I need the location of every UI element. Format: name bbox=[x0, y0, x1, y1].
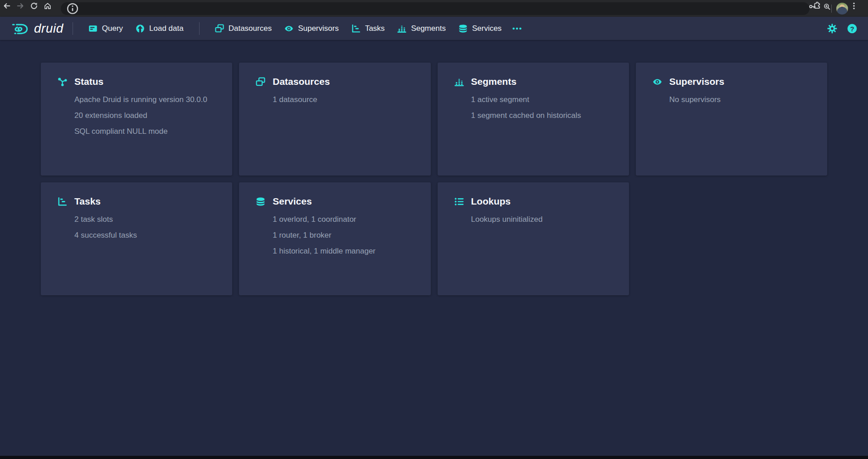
bottom-edge bbox=[0, 456, 868, 459]
status-line: 1 historical, 1 middle manager bbox=[273, 243, 418, 259]
druid-navbar: druid Query Load data Datasources Superv… bbox=[0, 17, 868, 40]
status-line: 20 extensions loaded bbox=[74, 107, 219, 123]
eye-icon bbox=[653, 77, 662, 87]
card-body: Lookups uninitialized bbox=[471, 211, 616, 227]
back-icon bbox=[3, 2, 16, 15]
card-body: Apache Druid is running version 30.0.0 2… bbox=[74, 92, 219, 139]
gantt-chart-icon bbox=[58, 197, 67, 206]
stacked-chart-icon bbox=[397, 24, 406, 33]
status-line: Lookups uninitialized bbox=[471, 211, 616, 227]
database-icon bbox=[256, 197, 265, 206]
status-line: 2 task slots bbox=[74, 211, 219, 227]
home-dashboard: Status Apache Druid is running version 3… bbox=[0, 40, 868, 295]
help-circle-icon: ? bbox=[847, 24, 857, 34]
card-title: Services bbox=[273, 196, 312, 207]
properties-icon bbox=[454, 197, 464, 206]
card-body: 1 datasource bbox=[273, 92, 418, 107]
druid-wordmark: druid bbox=[34, 21, 63, 36]
nav-item-tasks[interactable]: Tasks bbox=[345, 17, 391, 40]
navbar-right: ? bbox=[827, 24, 860, 34]
navbar-divider bbox=[199, 22, 200, 35]
card-services[interactable]: Services 1 overlord, 1 coordinator 1 rou… bbox=[239, 182, 430, 295]
card-body: 1 overlord, 1 coordinator 1 router, 1 br… bbox=[273, 211, 418, 259]
nav-label: Tasks bbox=[365, 24, 385, 33]
card-header: Status bbox=[58, 76, 219, 87]
help-button[interactable]: ? bbox=[847, 24, 857, 34]
card-tasks[interactable]: Tasks 2 task slots 4 successful tasks bbox=[41, 182, 232, 295]
reload-icon bbox=[30, 2, 44, 15]
nav-item-supervisors[interactable]: Supervisors bbox=[278, 17, 345, 40]
card-body: No supervisors bbox=[669, 92, 814, 107]
forward-icon bbox=[16, 2, 30, 15]
card-lookups[interactable]: Lookups Lookups uninitialized bbox=[438, 182, 629, 295]
reload-button[interactable] bbox=[30, 2, 44, 15]
nav-item-query[interactable]: Query bbox=[82, 17, 129, 40]
card-supervisors[interactable]: Supervisors No supervisors bbox=[636, 63, 827, 176]
status-line: 4 successful tasks bbox=[74, 227, 219, 243]
nav-item-datasources[interactable]: Datasources bbox=[209, 17, 278, 40]
card-header: Lookups bbox=[454, 196, 616, 207]
nav-label: Query bbox=[102, 24, 123, 33]
profile-avatar[interactable] bbox=[836, 3, 848, 15]
gantt-chart-icon bbox=[351, 24, 361, 33]
back-button[interactable] bbox=[3, 2, 16, 15]
status-line: 1 overlord, 1 coordinator bbox=[273, 211, 418, 227]
stacked-chart-icon bbox=[454, 77, 464, 87]
card-title: Supervisors bbox=[669, 76, 724, 87]
nav-label: Supervisors bbox=[298, 24, 339, 33]
nav-label: Load data bbox=[149, 24, 184, 33]
puzzle-icon bbox=[813, 2, 827, 15]
nav-label: Segments bbox=[411, 24, 446, 33]
nav-item-segments[interactable]: Segments bbox=[391, 17, 452, 40]
upload-circle-icon bbox=[136, 24, 145, 33]
more-ellipsis-icon bbox=[512, 24, 522, 34]
nav-more-button[interactable] bbox=[508, 17, 526, 40]
extensions-button[interactable] bbox=[813, 2, 827, 15]
druid-logo[interactable]: druid bbox=[12, 21, 63, 36]
browser-toolbar-right bbox=[813, 2, 863, 15]
druid-logo-icon bbox=[12, 21, 29, 36]
forward-button[interactable] bbox=[16, 2, 30, 15]
nav-item-services[interactable]: Services bbox=[452, 17, 508, 40]
card-segments[interactable]: Segments 1 active segment 1 segment cach… bbox=[438, 63, 629, 176]
nav-label: Datasources bbox=[229, 24, 272, 33]
status-line: No supervisors bbox=[669, 92, 814, 107]
card-status[interactable]: Status Apache Druid is running version 3… bbox=[41, 63, 232, 176]
eye-icon bbox=[284, 24, 293, 33]
kebab-menu-icon bbox=[850, 2, 863, 15]
address-bar[interactable]: localhost:8888/unified-console.html bbox=[61, 2, 809, 15]
card-title: Lookups bbox=[471, 196, 511, 207]
status-line: 1 segment cached on historicals bbox=[471, 107, 616, 123]
card-datasources[interactable]: Datasources 1 datasource bbox=[239, 63, 430, 176]
status-line: Apache Druid is running version 30.0.0 bbox=[74, 92, 219, 107]
card-title: Datasources bbox=[273, 76, 330, 87]
page-info-icon[interactable] bbox=[66, 2, 804, 15]
status-line: 1 datasource bbox=[273, 92, 418, 107]
graph-icon bbox=[58, 77, 67, 87]
browser-menu-button[interactable] bbox=[850, 2, 863, 15]
browser-toolbar: localhost:8888/unified-console.html bbox=[0, 0, 868, 17]
status-line: 1 router, 1 broker bbox=[273, 227, 418, 243]
card-body: 2 task slots 4 successful tasks bbox=[74, 211, 219, 243]
gear-icon bbox=[827, 24, 837, 34]
card-header: Datasources bbox=[256, 76, 418, 87]
card-header: Supervisors bbox=[653, 76, 814, 87]
card-body: 1 active segment 1 segment cached on his… bbox=[471, 92, 616, 123]
home-icon bbox=[44, 2, 57, 15]
card-title: Status bbox=[74, 76, 103, 87]
card-title: Tasks bbox=[74, 196, 101, 207]
nav-item-load-data[interactable]: Load data bbox=[129, 17, 190, 40]
card-header: Segments bbox=[454, 76, 616, 87]
home-button[interactable] bbox=[44, 2, 57, 15]
card-title: Segments bbox=[471, 76, 517, 87]
status-line: 1 active segment bbox=[471, 92, 616, 107]
database-icon bbox=[458, 24, 468, 33]
navbar-divider bbox=[73, 22, 73, 35]
application-icon bbox=[88, 24, 98, 33]
svg-text:?: ? bbox=[850, 24, 854, 32]
multi-panels-icon bbox=[215, 24, 224, 33]
multi-panels-icon bbox=[256, 77, 265, 87]
status-line: SQL compliant NULL mode bbox=[74, 123, 219, 139]
settings-button[interactable] bbox=[827, 24, 837, 34]
card-header: Services bbox=[256, 196, 418, 207]
